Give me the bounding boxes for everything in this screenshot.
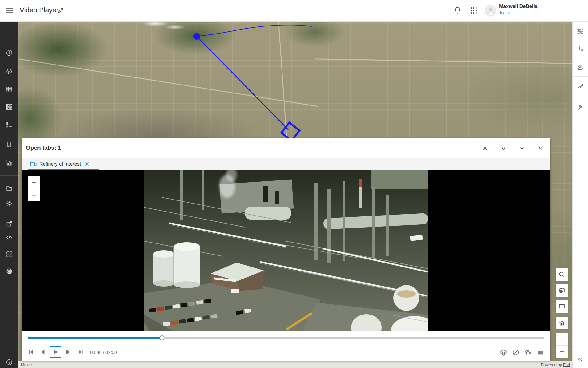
video-zoom-in-button[interactable]: + (28, 176, 40, 189)
layers-icon (6, 68, 13, 75)
info-button[interactable] (0, 355, 18, 368)
home-button[interactable] (556, 317, 568, 329)
flight-path-line (197, 36, 288, 130)
hamburger-icon (6, 7, 14, 14)
seek-thumb[interactable] (160, 335, 164, 340)
no-display-button[interactable] (510, 347, 521, 358)
add-circle-icon (6, 49, 13, 56)
frame-forward-icon (65, 349, 71, 355)
layers-button[interactable] (0, 65, 18, 78)
frame-back-icon (40, 349, 46, 355)
telemetry-button[interactable] (535, 347, 546, 358)
close-icon (85, 162, 89, 166)
sliders-horizontal-icon (577, 28, 584, 35)
time-display: 00:36 / 02:00 (90, 350, 117, 355)
screen-button[interactable] (556, 300, 568, 313)
share-button[interactable] (0, 217, 18, 231)
legend-button[interactable] (0, 118, 18, 132)
panel-collapse-button[interactable] (516, 143, 527, 154)
folder-icon (6, 185, 13, 192)
map-zoom-in-button[interactable]: + (556, 333, 568, 345)
app-header: Video Player (0, 0, 588, 22)
collapse-right-panel-button[interactable] (574, 353, 587, 366)
apps-grid-icon (470, 7, 477, 14)
tab-label: Refinery of Interest (39, 161, 81, 167)
home-icon (558, 319, 565, 326)
edit-title-button[interactable] (56, 6, 65, 15)
bookmark-icon (6, 141, 13, 148)
properties-button[interactable] (574, 25, 587, 38)
search-button[interactable] (556, 268, 568, 281)
map-attribution-bar: Maxar Powered by Esri (18, 361, 572, 368)
video-zoom-out-button[interactable]: − (28, 189, 40, 201)
folder-button[interactable] (0, 181, 18, 195)
sliders-vertical-icon (524, 349, 532, 356)
wrench-icon (577, 104, 584, 111)
tab-refinery-of-interest[interactable]: Refinery of Interest (28, 158, 99, 170)
analysis-button[interactable] (574, 61, 587, 74)
tab-close-button[interactable] (84, 161, 90, 168)
header-divider (448, 0, 448, 22)
add-button[interactable] (0, 46, 18, 60)
map-zoom-control: + − (556, 333, 568, 358)
bookmarks-button[interactable] (0, 138, 18, 151)
charts-button[interactable] (0, 156, 18, 170)
skip-to-end-button[interactable] (75, 346, 86, 358)
map-zoom-out-button[interactable]: − (556, 346, 568, 358)
skip-to-start-button[interactable] (25, 346, 37, 358)
user-role: Tester (499, 10, 538, 15)
attribution-source: Maxar (21, 362, 32, 367)
skip-to-end-icon (78, 349, 83, 355)
picture-in-picture-button[interactable] (574, 42, 587, 55)
settings-button[interactable] (0, 197, 18, 210)
flight-path-curve (197, 25, 312, 36)
app-launcher-button[interactable] (468, 5, 479, 16)
share-icon (6, 220, 13, 227)
user-name: Maxwell DeBella (499, 3, 538, 10)
code-button[interactable] (0, 231, 18, 244)
calendar-globe-button[interactable] (556, 284, 568, 297)
panel-expand-up-button[interactable] (479, 143, 491, 154)
avatar-person-icon (485, 5, 496, 17)
basemap-gallery-button[interactable] (0, 100, 18, 114)
notifications-button[interactable] (452, 5, 463, 16)
panel-header: Open tabs: 1 (22, 138, 550, 158)
search-icon (558, 271, 565, 278)
video-stage[interactable]: + − (22, 170, 550, 331)
frame-forward-button[interactable] (62, 346, 74, 358)
table-button[interactable] (0, 82, 18, 96)
player-controls: 00:36 / 02:00 (22, 331, 550, 361)
seek-bar[interactable] (28, 337, 545, 339)
esri-link[interactable]: Esri (563, 362, 570, 367)
menu-button[interactable] (4, 5, 16, 17)
print-button[interactable] (0, 264, 18, 278)
calendar-globe-icon (558, 287, 565, 294)
screen-icon (558, 303, 565, 310)
panel-expand-down-button[interactable] (498, 143, 509, 154)
widgets-icon (6, 251, 13, 258)
frame-back-button[interactable] (37, 346, 49, 358)
sidebar-divider (0, 175, 18, 176)
user-block[interactable]: Maxwell DeBella Tester (499, 3, 538, 15)
sidebar-divider (573, 96, 588, 96)
video-zoom-control: + − (28, 176, 40, 201)
video-sliders-button[interactable] (523, 347, 534, 358)
sidebar-divider (573, 76, 588, 77)
panel-close-button[interactable] (535, 143, 546, 154)
widgets-button[interactable] (0, 247, 18, 261)
video-layers-button[interactable] (498, 347, 509, 358)
print-icon (6, 268, 13, 275)
play-button[interactable] (50, 346, 61, 358)
avatar[interactable] (485, 5, 496, 17)
double-chevron-down-icon (500, 145, 507, 151)
skip-to-start-icon (28, 349, 34, 355)
tools-button[interactable] (574, 101, 587, 114)
legend-icon (6, 121, 13, 128)
gear-icon (6, 200, 13, 207)
app-window: + − Maxar Powered by Esri Video Player (0, 0, 588, 368)
double-chevron-up-icon (482, 145, 488, 151)
right-toolbar (572, 22, 588, 368)
sketch-button[interactable] (574, 80, 587, 93)
video-camera-icon (30, 162, 37, 167)
powered-by: Powered by Esri (541, 362, 570, 367)
